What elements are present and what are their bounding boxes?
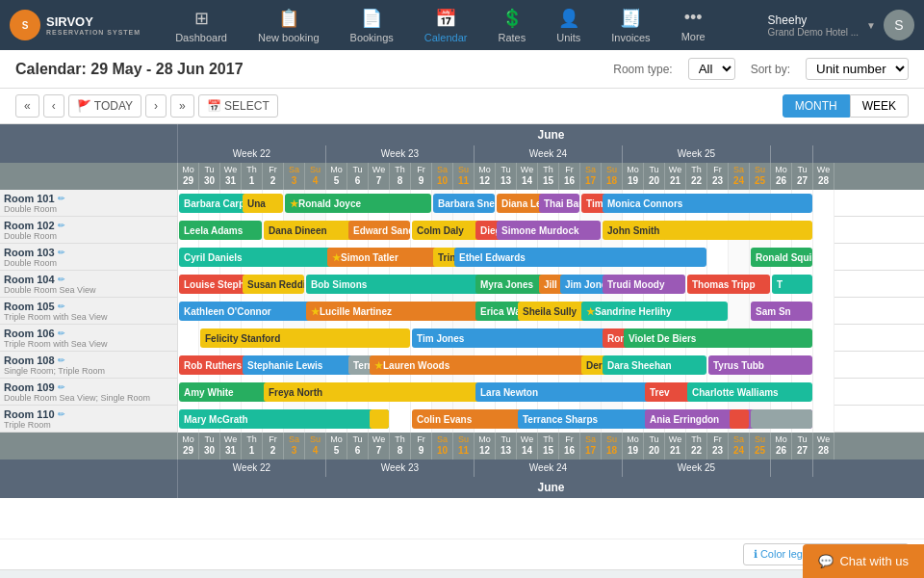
booking-3-1[interactable]: Susan Redding bbox=[243, 275, 304, 294]
edit-icon-1[interactable]: ✏ bbox=[58, 221, 65, 230]
day-header-3: Th1 bbox=[242, 433, 263, 460]
days-slots-8: Mary McGrathColin EvansTerrance SharpsAn… bbox=[178, 406, 834, 433]
nav-item-dashboard[interactable]: ⊞Dashboard bbox=[160, 0, 243, 50]
more-icon: ••• bbox=[684, 8, 703, 28]
booking-2-0[interactable]: Cyril Daniels bbox=[179, 248, 346, 267]
booking-6-6[interactable]: Tyrus Tubb bbox=[708, 355, 812, 375]
nav-item-invoices[interactable]: 🧾Invoices bbox=[596, 0, 665, 50]
room-type-2: Double Room bbox=[4, 258, 173, 268]
day-header-5: Sa3 bbox=[284, 433, 305, 460]
day-slot-4-30 bbox=[813, 298, 834, 325]
room-row-8: Room 110 ✏ Triple Room Mary McGrathColin… bbox=[0, 406, 924, 433]
avatar[interactable]: S bbox=[884, 10, 914, 40]
day-header-13: Su11 bbox=[453, 433, 475, 460]
booking-8-1[interactable] bbox=[370, 409, 389, 429]
day-header-29: Tu27 bbox=[792, 163, 813, 190]
booking-0-1[interactable]: Una bbox=[243, 194, 283, 213]
sort-select[interactable]: Unit number bbox=[806, 58, 909, 80]
day-header-1: Tu30 bbox=[199, 433, 220, 460]
calendar-scroll[interactable]: JuneWeek 22Week 23Week 24Week 25Mo29Tu30… bbox=[0, 124, 924, 539]
edit-icon-8[interactable]: ✏ bbox=[58, 409, 65, 419]
nav-item-units[interactable]: 👤Units bbox=[541, 0, 596, 50]
booking-1-5[interactable]: Simone Murdock bbox=[497, 221, 601, 240]
booking-1-6[interactable]: John Smith bbox=[603, 221, 812, 240]
booking-0-3[interactable]: Barbara Snell bbox=[433, 194, 495, 213]
prev-prev-btn[interactable]: « bbox=[15, 94, 39, 118]
booking-6-3[interactable]: ★ Lauren Woods bbox=[370, 355, 601, 375]
room-row-6: Room 108 ✏ Single Room; Triple Room Rob … bbox=[0, 352, 924, 379]
day-header-0: Mo29 bbox=[178, 163, 199, 190]
edit-icon-5[interactable]: ✏ bbox=[58, 328, 65, 338]
month-view-btn[interactable]: MONTH bbox=[783, 94, 850, 118]
booking-4-5[interactable]: Sam Sn bbox=[751, 302, 812, 321]
day-header-row: Mo29Tu30We31Th1Fr2Sa3Su4Mo5Tu6We7Th8Fr9S… bbox=[0, 163, 924, 190]
booking-3-7[interactable]: Thomas Tripp bbox=[687, 275, 770, 294]
booking-4-1[interactable]: ★ Lucille Martinez bbox=[306, 302, 495, 321]
day-header-12: Sa10 bbox=[432, 433, 453, 460]
dropdown-arrow[interactable]: ▼ bbox=[866, 20, 876, 31]
room-type-select[interactable]: All bbox=[688, 58, 735, 80]
week-view-btn[interactable]: WEEK bbox=[850, 94, 909, 118]
room-name-7: Room 109 bbox=[4, 381, 55, 393]
edit-icon-6[interactable]: ✏ bbox=[58, 355, 65, 365]
booking-3-8[interactable]: T bbox=[772, 275, 812, 294]
next-btn[interactable]: › bbox=[145, 94, 167, 118]
today-btn[interactable]: 🚩 TODAY bbox=[68, 94, 141, 118]
room-label-1: Room 102 ✏ Double Room bbox=[0, 217, 178, 243]
room-label-3: Room 104 ✏ Double Room Sea View bbox=[0, 271, 178, 297]
booking-7-5[interactable]: Charlotte Walliams bbox=[687, 382, 812, 402]
chat-button[interactable]: 💬 Chat with us bbox=[803, 544, 924, 578]
booking-6-5[interactable]: Dara Sheehan bbox=[603, 355, 706, 375]
day-header-25: Fr23 bbox=[707, 433, 729, 460]
edit-icon-0[interactable]: ✏ bbox=[58, 194, 65, 203]
booking-1-0[interactable]: Leela Adams bbox=[179, 221, 262, 240]
booking-8-3[interactable]: Terrance Sharps bbox=[518, 409, 664, 429]
nav-item-calendar[interactable]: 📅Calendar bbox=[409, 0, 483, 50]
booking-8-0[interactable]: Mary McGrath bbox=[179, 409, 389, 429]
nav-item-bookings[interactable]: 📄Bookings bbox=[335, 0, 409, 50]
edit-icon-3[interactable]: ✏ bbox=[58, 275, 65, 284]
day-header-11: Fr9 bbox=[411, 163, 432, 190]
booking-4-0[interactable]: Kathleen O'Connor bbox=[179, 302, 325, 321]
nav-item-rates[interactable]: 💲Rates bbox=[482, 0, 541, 50]
booking-8-5[interactable] bbox=[730, 409, 749, 429]
day-header-17: Th15 bbox=[538, 433, 559, 460]
booking-3-2[interactable]: Bob Simons bbox=[306, 275, 495, 294]
days-slots-3: Louise StephensSusan ReddingBob SimonsMy… bbox=[178, 271, 834, 298]
booking-8-6[interactable] bbox=[751, 409, 812, 429]
star-icon: ★ bbox=[311, 306, 320, 317]
day-header-16: We14 bbox=[517, 433, 538, 460]
booking-2-4[interactable]: Ronald Squir bbox=[751, 248, 812, 267]
booking-0-5[interactable]: Thai Bank bbox=[539, 194, 579, 213]
day-header-13: Su11 bbox=[453, 163, 475, 190]
booking-5-3[interactable]: Violet De Biers bbox=[624, 328, 812, 348]
booking-2-3[interactable]: Ethel Edwards bbox=[454, 248, 706, 267]
select-btn[interactable]: 📅 SELECT bbox=[198, 94, 278, 118]
day-header-26: Sa24 bbox=[729, 433, 750, 460]
edit-icon-4[interactable]: ✏ bbox=[58, 302, 65, 311]
booking-5-1[interactable]: Tim Jones bbox=[412, 328, 622, 348]
calendar-footer: ℹ Color legend & customization bbox=[0, 539, 924, 569]
booking-0-7[interactable]: Monica Connors bbox=[603, 194, 812, 213]
booking-3-6[interactable]: Trudi Moody bbox=[603, 275, 685, 294]
prev-btn[interactable]: ‹ bbox=[43, 94, 64, 118]
edit-icon-7[interactable]: ✏ bbox=[58, 382, 65, 392]
booking-4-4[interactable]: ★ Sandrine Herlihy bbox=[581, 302, 728, 321]
room-row-3: Room 104 ✏ Double Room Sea View Louise S… bbox=[0, 271, 924, 298]
edit-icon-2[interactable]: ✏ bbox=[58, 248, 65, 257]
booking-7-2[interactable]: Lara Newton bbox=[475, 382, 664, 402]
booking-1-2[interactable]: Edward Sandler bbox=[348, 221, 410, 240]
day-slot-5-0 bbox=[178, 325, 199, 352]
nav-item-new-booking[interactable]: 📋New booking bbox=[243, 0, 335, 50]
page-footer: Terms & Conditions | Copyright © 2008-20… bbox=[0, 569, 924, 578]
room-type-label: Room type: bbox=[613, 63, 672, 76]
logo-text: SIRVOY RESERVATION SYSTEM bbox=[46, 14, 141, 36]
day-header-18: Fr16 bbox=[559, 163, 580, 190]
nav-item-more[interactable]: •••More bbox=[666, 0, 721, 50]
booking-5-0[interactable]: Felicity Stanford bbox=[200, 328, 410, 348]
room-name-2: Room 103 bbox=[4, 247, 55, 258]
booking-0-2[interactable]: ★ Ronald Joyce bbox=[285, 194, 431, 213]
next-next-btn[interactable]: » bbox=[170, 94, 194, 118]
day-header-14: Mo12 bbox=[475, 433, 496, 460]
room-type-5: Triple Room with Sea View bbox=[4, 339, 173, 349]
